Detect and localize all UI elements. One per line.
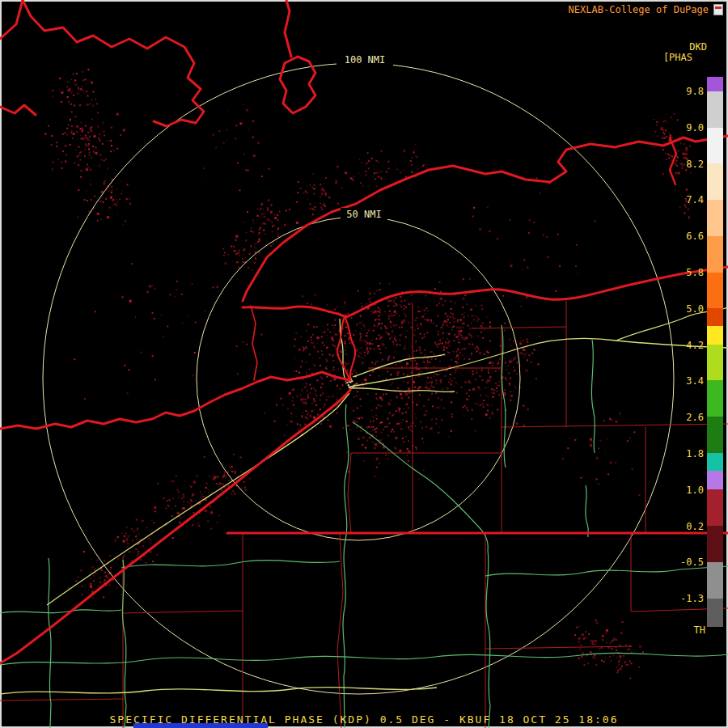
canada-shoreline [23, 0, 204, 126]
range-ring-labels: 100 NMI 50 NMI [336, 53, 393, 220]
colorbar-segment [707, 471, 723, 489]
radar-display: 100 NMI 50 NMI NEXLAB-College of DuPage … [0, 0, 728, 728]
colorbar-segment [707, 77, 723, 91]
colorbar-segment [707, 417, 723, 453]
state-borders-layer [0, 0, 728, 663]
colorbar-segment [707, 489, 723, 526]
colorbar-tick-label: 3.4 [665, 375, 704, 387]
colorbar-tick-label: 9.0 [665, 122, 704, 133]
lake-erie-us-shore [0, 390, 350, 663]
colorbar-segment [707, 345, 723, 380]
colorbar-segment [707, 91, 723, 128]
colorbar-segment [707, 163, 723, 200]
colorbar-product-code: DKD [689, 41, 707, 53]
ring-label-100nmi: 100 NMI [345, 54, 386, 66]
colorbar-tick-label: 9.8 [665, 86, 704, 97]
range-ring-100nmi [43, 63, 674, 694]
colorbar-tick-label: 1.0 [665, 485, 704, 496]
colorbar-segment [707, 599, 723, 627]
colorbar [707, 77, 723, 627]
ring-label-50nmi: 50 NMI [346, 209, 381, 220]
colorbar-tick-label: 8.2 [665, 159, 704, 170]
colorbar-tick-label: -0.5 [665, 557, 704, 568]
colorbar-tick-label: 7.4 [665, 194, 704, 205]
footer-highlight-bar [133, 723, 268, 728]
colorbar-tick-label: -1.3 [665, 593, 704, 604]
colorbar-segment [707, 236, 723, 273]
status-bar: SPECIFIC DIFFERENTIAL PHASE (KDP) 0.5 DE… [0, 713, 728, 726]
lake-ontario-north-shore [243, 136, 728, 301]
range-rings-layer [43, 63, 674, 694]
page-icon [713, 4, 723, 15]
brand-link[interactable]: NEXLAB-College of DuPage [569, 4, 709, 15]
lake-ontario-south-shore [243, 267, 728, 317]
colorbar-segment [707, 326, 723, 345]
colorbar-segment [707, 308, 723, 326]
colorbar-segment [707, 380, 723, 417]
colorbar-tick-label: 4.2 [665, 340, 704, 351]
lake-erie-north-shore [0, 372, 350, 429]
major-roads-layer [0, 307, 728, 694]
colorbar-tick-label: 5.0 [665, 303, 704, 315]
colorbar-segment [707, 562, 723, 599]
colorbar-tick-label: 6.6 [665, 231, 704, 242]
range-ring-50nmi [197, 217, 520, 540]
colorbar-unit-label: [PHAS [663, 52, 692, 63]
colorbar-tick-label: 2.6 [665, 412, 704, 423]
colorbar-segment [707, 200, 723, 236]
radar-map: 100 NMI 50 NMI [0, 0, 728, 728]
colorbar-segment [707, 526, 723, 562]
colorbar-tick-label: 0.2 [665, 521, 704, 532]
colorbar-tick-label: 1.8 [665, 448, 704, 459]
colorbar-tick-label: 5.8 [665, 267, 704, 278]
colorbar-bottom-label: TH [694, 624, 705, 636]
colorbar-segment [707, 128, 723, 163]
colorbar-segment [707, 273, 723, 308]
colorbar-segment [707, 453, 723, 471]
